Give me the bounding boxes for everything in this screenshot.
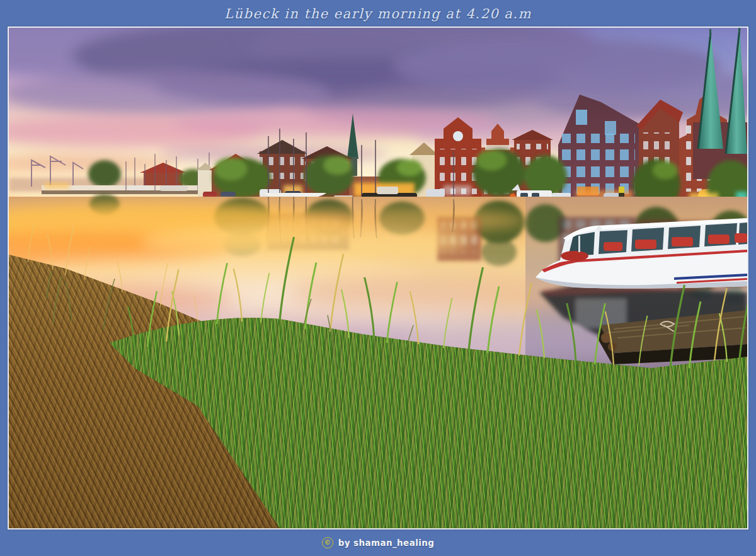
copyright-icon: © [322, 537, 333, 548]
title-band: Lübeck in the early morning at 4.20 a.m [0, 0, 756, 28]
framed-photo [8, 26, 748, 530]
lubeck-sunrise-photo [9, 28, 747, 528]
credit-band: © by shaman_healing [0, 530, 756, 556]
credit-text: by shaman_healing [338, 538, 435, 548]
photo-title: Lübeck in the early morning at 4.20 a.m [224, 6, 532, 21]
